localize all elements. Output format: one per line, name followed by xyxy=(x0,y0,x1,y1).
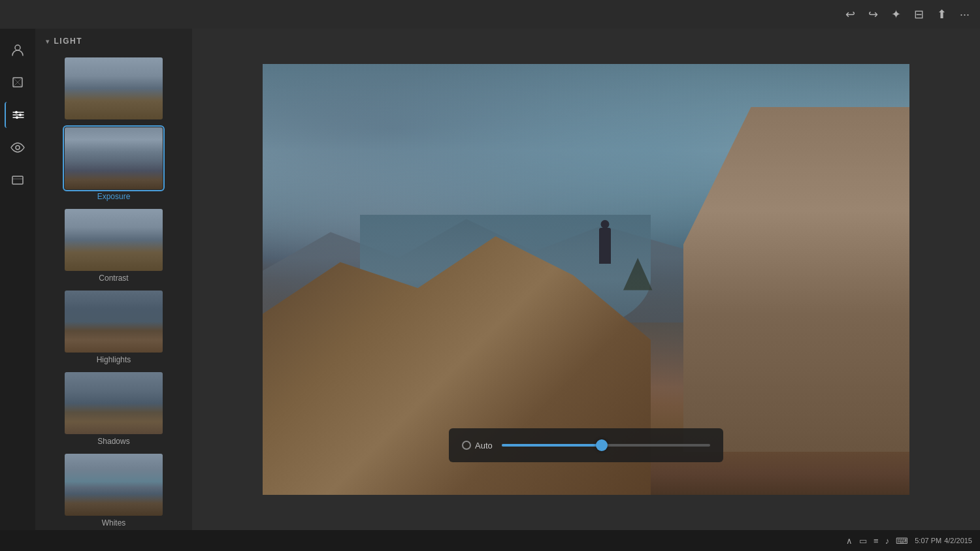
panel-item-highlights-label: Highlights xyxy=(97,355,131,364)
svg-rect-9 xyxy=(12,176,23,184)
sidebar-icons xyxy=(0,29,35,530)
auto-icon[interactable]: ✦ xyxy=(891,7,901,22)
svg-point-8 xyxy=(16,146,20,150)
main-area: ▾ LIGHT Exposure Contr xyxy=(0,29,980,530)
top-toolbar: ↩ ↪ ✦ ⊟ ⬆ ··· xyxy=(0,0,980,29)
panel-item-first[interactable] xyxy=(42,54,186,123)
auto-radio[interactable]: Auto xyxy=(462,441,493,450)
redo-icon[interactable]: ↪ xyxy=(868,7,878,22)
bottom-taskbar: ∧ ▭ ≡ ♪ ⌨ 5:07 PM 4/2/2015 xyxy=(0,530,980,551)
taskbar-wifi-icon: ≡ xyxy=(874,536,879,546)
panel-item-highlights[interactable]: Highlights xyxy=(42,287,186,368)
panel-item-shadows-label: Shadows xyxy=(97,437,129,446)
content-area: Auto xyxy=(192,29,980,530)
panel-item-whites[interactable]: Whites xyxy=(42,450,186,530)
auto-label: Auto xyxy=(475,441,493,450)
svg-point-5 xyxy=(15,111,18,114)
taskbar-keyboard-icon: ⌨ xyxy=(896,536,908,546)
panel-item-contrast-label: Contrast xyxy=(99,274,128,283)
svg-point-0 xyxy=(15,45,20,50)
taskbar-chevron-icon: ∧ xyxy=(846,536,853,546)
panel-item-exposure-label: Exposure xyxy=(97,192,131,201)
radio-circle xyxy=(462,441,471,450)
panel-item-exposure[interactable]: Exposure xyxy=(42,123,186,205)
photo-container: Auto xyxy=(263,64,909,495)
slider-track xyxy=(502,444,710,447)
taskbar-date: 4/2/2015 xyxy=(944,537,972,544)
svg-point-7 xyxy=(16,116,18,119)
panel-item-shadows[interactable]: Shadows xyxy=(42,368,186,450)
panel-header: ▾ LIGHT xyxy=(35,29,192,54)
compare-icon[interactable]: ⊟ xyxy=(914,7,924,22)
sidebar-icon-adjustments[interactable] xyxy=(5,102,31,128)
taskbar-time: 5:07 PM xyxy=(915,537,941,544)
more-icon[interactable]: ··· xyxy=(960,8,970,22)
panel-item-whites-label: Whites xyxy=(102,518,126,527)
sidebar-icon-album[interactable] xyxy=(5,167,31,193)
share-icon[interactable]: ⬆ xyxy=(937,7,947,22)
sidebar-icon-eye[interactable] xyxy=(5,134,31,161)
panel: ▾ LIGHT Exposure Contr xyxy=(35,29,192,530)
panel-item-contrast[interactable]: Contrast xyxy=(42,205,186,287)
slider-fill xyxy=(502,444,602,447)
sidebar-icon-profile[interactable] xyxy=(5,37,31,63)
sidebar-icon-crop[interactable] xyxy=(5,69,31,95)
section-label: LIGHT xyxy=(54,37,83,46)
section-chevron: ▾ xyxy=(46,38,50,45)
photo-person xyxy=(599,228,611,264)
panel-items: Exposure Contrast Highlights xyxy=(35,54,192,530)
slider-overlay: Auto xyxy=(449,428,723,462)
undo-icon[interactable]: ↩ xyxy=(845,7,855,22)
svg-point-6 xyxy=(19,114,22,116)
slider-thumb[interactable] xyxy=(596,439,608,451)
taskbar-volume-icon: ♪ xyxy=(885,536,890,546)
slider-track-wrap[interactable] xyxy=(502,444,710,447)
taskbar-datetime: 5:07 PM 4/2/2015 xyxy=(915,537,972,544)
taskbar-window-icon: ▭ xyxy=(859,536,867,546)
